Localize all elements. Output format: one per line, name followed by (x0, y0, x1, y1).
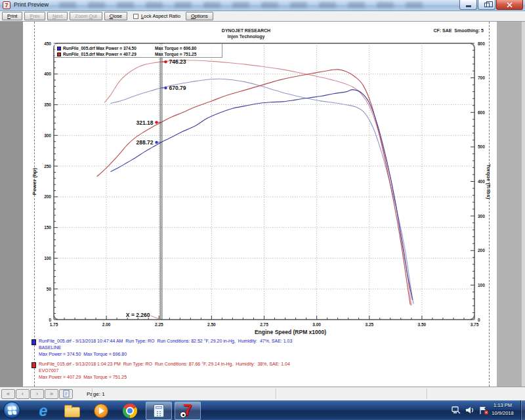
statusbar-separator (92, 388, 93, 399)
torque-tick-label: 500 (478, 144, 485, 149)
legend-label: RunFile_005.drf Max Power = 374.50 (63, 46, 155, 51)
page-nav-buttons: «‹›» (1, 389, 59, 399)
cursor-value-label: 670.79 (169, 85, 186, 91)
torque-tick-label: 600 (478, 110, 485, 115)
first-page-button[interactable]: « (1, 389, 15, 399)
taskbar-app-windows-media-player[interactable] (87, 402, 116, 420)
calculator-icon (154, 404, 164, 417)
torque-tick-label: 300 (478, 214, 485, 219)
cursor-x-label: X = 2.260 (126, 312, 150, 318)
run-name: EVO7007 (39, 368, 58, 373)
torque-tick-label: 400 (478, 179, 485, 184)
run-conditions: RunFile_005.drf - 9/13/2018 10:47:44 AM … (39, 339, 292, 343)
run-swatch-icon (32, 362, 36, 368)
close-icon (507, 2, 513, 8)
power-tick-label: 450 (44, 41, 51, 46)
power-tick-label: 0 (49, 318, 51, 322)
x-tick-label: 2.50 (207, 322, 216, 327)
taskbar-app-chrome[interactable] (116, 402, 144, 420)
x-tick-label: 1.75 (50, 322, 58, 327)
torque-axis-title: Torque (ft-lbs) (486, 164, 492, 200)
x-tick-label: 3.00 (312, 322, 321, 327)
run-swatch-icon (32, 339, 36, 345)
prev-page-button[interactable]: ‹ (16, 389, 30, 399)
lock-aspect-ratio-checkbox[interactable] (133, 14, 138, 19)
cursor-point-marker (164, 87, 167, 89)
page-setup-button[interactable] (59, 389, 73, 399)
next-page-button[interactable]: › (30, 389, 44, 399)
minimize-icon (466, 5, 471, 7)
run-name: BASELINE (39, 345, 61, 350)
window-title: Print Preview (14, 1, 49, 8)
x-tick-label: 3.25 (365, 322, 373, 327)
chart-legend: RunFile_005.drf Max Power = 374.50Max To… (54, 44, 222, 58)
media-player-icon (94, 404, 108, 418)
last-page-button[interactable]: » (45, 389, 58, 399)
taskbar-app-calculator[interactable] (146, 402, 172, 420)
legend-label: RunFile_015.drf Max Power = 407.29 (63, 52, 155, 56)
print-preview-area: DYNOJET RESEARCH Injen Technology CF: SA… (0, 22, 525, 387)
toolbar-button-options[interactable]: Options (186, 12, 213, 20)
background-window-ghost-text (59, 2, 427, 8)
winpep-icon: 7 (180, 403, 196, 419)
x-tick-label: 2.75 (260, 322, 268, 327)
torque-tick-label: 0 (478, 318, 480, 322)
x-tick-label: 3.50 (418, 322, 427, 327)
preview-scroll-strip[interactable] (522, 22, 525, 387)
statusbar: «‹›» Page: 1 (0, 387, 525, 400)
power-axis-title: Power (hp) (32, 168, 37, 196)
statusbar-separator (427, 388, 427, 399)
titlebar[interactable]: 7 Print Preview (0, 0, 525, 11)
power-tick-label: 150 (44, 225, 51, 230)
lock-aspect-ratio-control[interactable]: Lock Aspect Ratio (133, 13, 180, 19)
legend-swatch (57, 52, 61, 56)
power-tick-label: 200 (44, 194, 51, 199)
toolbar-button-zoom-out[interactable]: Zoom Out (70, 12, 102, 20)
run-max-values: Max Power = 407.29 Max Torque = 751.25 (39, 375, 127, 379)
minimize-button[interactable] (459, 0, 477, 10)
chrome-icon (123, 404, 137, 418)
legend-swatch (57, 47, 61, 51)
close-button[interactable] (496, 0, 523, 10)
cursor-value-label: 288.72 (136, 139, 154, 146)
page-number-label: Page: 1 (87, 391, 105, 397)
legend-row: RunFile_005.drf Max Power = 374.50Max To… (57, 45, 196, 51)
toolbar-button-prev[interactable]: Prev (24, 12, 45, 20)
torque-tick-label: 800 (478, 41, 485, 46)
maximize-button[interactable] (478, 0, 495, 10)
chart-cursor[interactable] (160, 43, 162, 320)
toolbar-button-next[interactable]: Next (47, 12, 68, 20)
curve-runfile_015-power (97, 70, 411, 305)
run-max-values: Max Power = 374.50 Max Torque = 696.80 (39, 352, 127, 356)
toolbar-right: Options (186, 12, 215, 20)
taskbar-clock[interactable]: 1:13 PM 10/9/2018 (487, 402, 518, 417)
cursor-point-marker (155, 141, 158, 144)
toolbar-button-print[interactable]: Print (2, 12, 22, 20)
statusbar-separator (276, 388, 276, 399)
cursor-value-label: 746.23 (169, 58, 186, 65)
network-icon[interactable] (452, 406, 461, 414)
toolbar-buttons: PrintPrevNextZoom OutClose (2, 12, 129, 20)
clock-date: 10/9/2018 (487, 410, 518, 417)
taskbar-app-winpep[interactable]: 7 (175, 402, 201, 420)
system-tray (447, 400, 489, 420)
curve-runfile_005-torque (111, 79, 414, 304)
start-button[interactable] (3, 402, 20, 419)
power-tick-label: 250 (44, 164, 51, 169)
power-tick-label: 400 (44, 72, 51, 76)
internet-explorer-icon: e (39, 404, 48, 418)
toolbar-button-close[interactable]: Close (104, 12, 127, 20)
power-tick-label: 100 (44, 256, 51, 261)
taskbar-app-windows-explorer[interactable] (58, 402, 87, 420)
volume-icon[interactable] (465, 406, 474, 414)
run-conditions: RunFile_015.drf - 9/13/2018 1:04:23 PM R… (39, 362, 290, 366)
x-tick-label: 2.00 (102, 322, 111, 327)
power-tick-label: 50 (47, 287, 52, 291)
show-desktop-button[interactable] (520, 400, 525, 420)
restore-icon (484, 3, 490, 7)
taskbar-app-internet-explorer[interactable]: e (29, 402, 58, 420)
winpep-app-icon: 7 (3, 1, 10, 9)
dyno-chart[interactable]: 1.752.002.252.502.753.003.253.503.750501… (23, 22, 497, 356)
x-axis-title: Engine Speed (RPM x1000) (255, 329, 326, 335)
power-tick-label: 300 (44, 133, 51, 138)
